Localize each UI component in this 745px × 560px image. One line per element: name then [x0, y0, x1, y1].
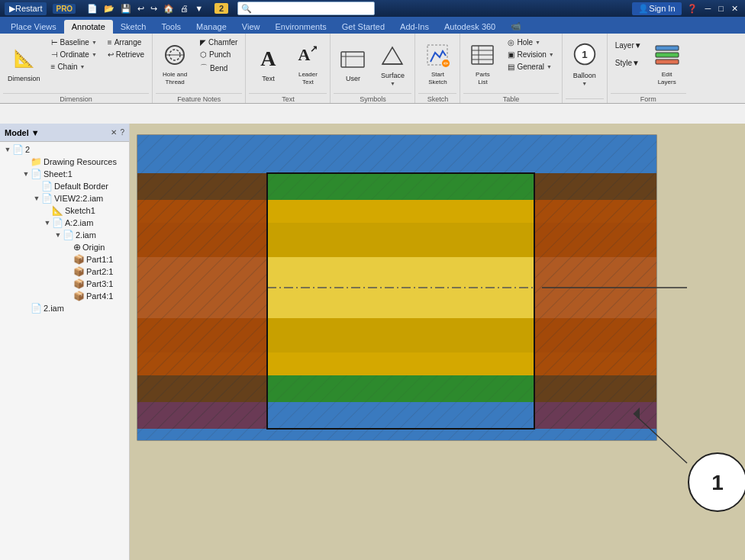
panel-close-btn[interactable]: ✕	[111, 128, 117, 137]
edit-layers-button[interactable]: EditLayers	[648, 37, 686, 90]
parts-list-button[interactable]: PartsList	[463, 37, 502, 90]
tree-item-part3[interactable]: 📦 Part3:1	[0, 278, 129, 290]
print-btn[interactable]: 🖨	[178, 2, 191, 15]
home-btn[interactable]: 🏠	[161, 2, 176, 15]
tab-video[interactable]: 📹	[503, 19, 529, 34]
punch-button[interactable]: ⬡ Punch	[195, 49, 242, 60]
revision-dropdown[interactable]: ▼	[549, 52, 554, 57]
tree-item-root[interactable]: ▼ 📄 2	[0, 143, 129, 156]
drawing-canvas: 1	[130, 124, 745, 560]
tree-icon-part2: 📦	[73, 266, 85, 277]
panel-help-btn[interactable]: ?	[120, 128, 124, 137]
tree-icon-origin: ⊕	[73, 242, 81, 253]
new-btn[interactable]: 📄	[85, 2, 100, 15]
revision-button[interactable]: ▣ Revision ▼	[503, 49, 558, 60]
tab-environments[interactable]: Environments	[268, 20, 334, 34]
chain-dropdown[interactable]: ▼	[80, 64, 85, 69]
arrange-col: ≡ Arrange ↩ Retrieve	[103, 37, 149, 60]
start-sketch-button[interactable]: ✏ StartSketch	[418, 37, 456, 90]
text-button[interactable]: A Text	[249, 37, 287, 90]
save-btn[interactable]: 💾	[118, 2, 134, 15]
balloon-dropdown[interactable]: ▼	[582, 81, 587, 86]
ribbon-group-table: PartsList ◎ Hole ▼ ▣ Revision ▼ ▤ Genera…	[460, 34, 562, 103]
close-btn[interactable]: ✕	[729, 2, 740, 15]
ordinate-dropdown[interactable]: ▼	[92, 52, 97, 57]
tab-tools[interactable]: Tools	[153, 20, 189, 34]
tree-expand-view2[interactable]: ▼	[32, 195, 41, 202]
tree-expand-2iam-nested[interactable]: ▼	[53, 231, 63, 239]
tree-item-2iam-nested[interactable]: ▼ 📄 2.iam	[0, 229, 129, 241]
tree-label-2iam-nested: 2.iam	[76, 230, 96, 240]
text-icon: A	[253, 44, 282, 73]
undo-btn[interactable]: ↩	[135, 2, 147, 15]
tree-expand-a2iam[interactable]: ▼	[43, 219, 52, 227]
svg-text:✏: ✏	[443, 60, 449, 67]
ordinate-button[interactable]: ⊣ Ordinate ▼	[47, 49, 102, 60]
tab-sketch[interactable]: Sketch	[113, 20, 154, 34]
search-box[interactable]: 🔍	[237, 2, 375, 15]
dimension-button[interactable]: 📐 Dimension	[3, 37, 45, 90]
redo-btn[interactable]: ↪	[148, 2, 160, 15]
tab-view[interactable]: View	[234, 20, 268, 34]
maximize-btn[interactable]: □	[716, 2, 726, 14]
bend-button[interactable]: ⌒ Bend	[195, 61, 242, 75]
tree-expand-root[interactable]: ▼	[3, 146, 12, 153]
tab-annotate[interactable]: Annotate	[64, 20, 113, 34]
general-button[interactable]: ▤ General ▼	[503, 61, 558, 72]
panel-header: Model ▼ ✕ ?	[0, 124, 129, 142]
tree-item-2iam-bottom[interactable]: 📄 2.iam	[0, 302, 129, 314]
tree-item-part4[interactable]: 📦 Part4:1	[0, 290, 129, 302]
tree-item-part2[interactable]: 📦 Part2:1	[0, 266, 129, 278]
tree-item-drawing-resources[interactable]: 📁 Drawing Resources	[0, 156, 129, 168]
surface-label: Surface	[381, 72, 405, 79]
hole-dropdown[interactable]: ▼	[535, 40, 540, 45]
qat-more-btn[interactable]: ▼	[192, 2, 205, 15]
tab-get-started[interactable]: Get Started	[334, 20, 392, 34]
balloon-icon: 1	[570, 41, 599, 70]
hole-table-button[interactable]: ◎ Hole ▼	[503, 37, 558, 48]
tree-expand-sheet1[interactable]: ▼	[21, 170, 31, 178]
general-icon: ▤	[508, 63, 514, 71]
minimize-btn[interactable]: ─	[703, 2, 714, 14]
ribbon-group-balloon: 1 Balloon ▼	[563, 34, 608, 103]
baseline-button[interactable]: ⊢ Baseline ▼	[47, 37, 102, 48]
tab-manage[interactable]: Manage	[189, 20, 234, 34]
surface-button[interactable]: Surface ▼	[373, 37, 411, 90]
ribbon: 📐 Dimension ⊢ Baseline ▼ ⊣ Ordinate ▼ ≡ …	[0, 34, 745, 104]
leader-text-label: LeaderText	[298, 71, 318, 85]
tab-autodesk-360[interactable]: Autodesk 360	[437, 20, 503, 34]
open-btn[interactable]: 📂	[102, 2, 117, 15]
restart-button[interactable]: ▶ Restart	[5, 2, 47, 15]
balloon-button[interactable]: 1 Balloon ▼	[566, 37, 604, 90]
tree-item-default-border[interactable]: 📄 Default Border	[0, 180, 129, 192]
tab-place-views[interactable]: Place Views	[3, 20, 64, 34]
style-btn[interactable]: Style▼	[611, 54, 647, 71]
chain-button[interactable]: ≡ Chain ▼	[47, 61, 102, 72]
baseline-dropdown[interactable]: ▼	[92, 40, 97, 45]
text-label: Text	[262, 75, 275, 82]
arrange-button[interactable]: ≡ Arrange	[103, 37, 149, 48]
tree-item-view2[interactable]: ▼ 📄 VIEW2:2.iam	[0, 192, 129, 204]
main-canvas[interactable]: 1	[130, 124, 745, 560]
general-dropdown[interactable]: ▼	[547, 64, 552, 69]
dimension-label: Dimension	[8, 75, 40, 82]
tree-item-part1[interactable]: 📦 Part1:1	[0, 253, 129, 266]
hole-table-icon: ◎	[508, 38, 514, 47]
tree-label-drawing-resources: Drawing Resources	[44, 157, 117, 166]
layer-style-btn[interactable]: Layer▼	[611, 37, 647, 53]
tree-item-sheet1[interactable]: ▼ 📄 Sheet:1	[0, 168, 129, 180]
retrieve-button[interactable]: ↩ Retrieve	[103, 49, 149, 60]
revision-icon: ▣	[508, 50, 514, 59]
help-btn[interactable]: ❓	[685, 2, 700, 15]
tree-item-a2iam[interactable]: ▼ 📄 A:2.iam	[0, 217, 129, 229]
dimension-col: ⊢ Baseline ▼ ⊣ Ordinate ▼ ≡ Chain ▼	[47, 37, 102, 72]
surface-dropdown[interactable]: ▼	[390, 81, 395, 86]
leader-text-button[interactable]: A ↗ LeaderText	[289, 37, 327, 90]
tree-item-sketch1[interactable]: 📐 Sketch1	[0, 204, 129, 217]
user-button[interactable]: User	[334, 37, 372, 90]
tree-item-origin[interactable]: ⊕ Origin	[0, 241, 129, 253]
chamfer-button[interactable]: ◤ Chamfer	[195, 37, 242, 48]
hole-thread-button[interactable]: Hole andThread	[156, 37, 194, 90]
tab-add-ins[interactable]: Add-Ins	[392, 20, 437, 34]
sign-in-button[interactable]: 👤 Sign In	[632, 2, 681, 15]
